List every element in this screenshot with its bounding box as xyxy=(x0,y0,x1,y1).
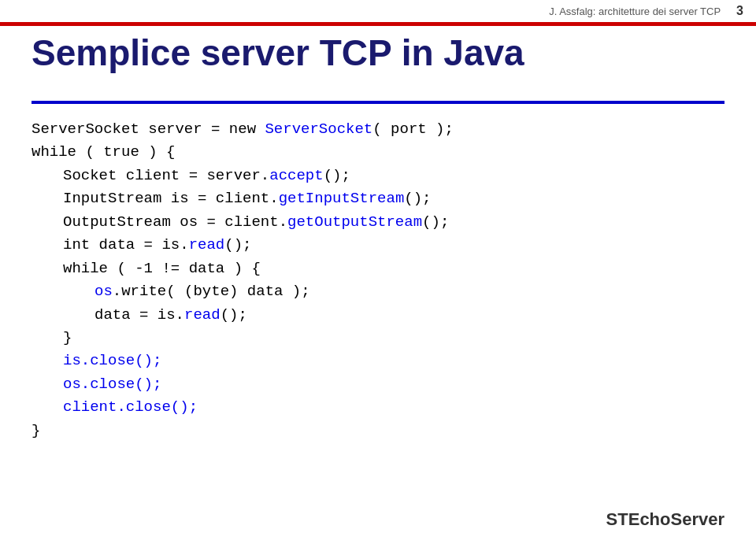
code-token: } xyxy=(63,329,72,346)
code-line-6: int data = is.read(); xyxy=(32,234,724,257)
code-token: client.close(); xyxy=(63,398,198,416)
code-token: Socket client = server. xyxy=(63,167,269,184)
code-token: (); xyxy=(422,213,449,231)
code-token: (); xyxy=(324,167,350,184)
code-line-8: os.write( (byte) data ); xyxy=(32,280,724,303)
code-token: (); xyxy=(220,306,247,324)
code-line-4: InputStream is = client.getInputStream()… xyxy=(32,187,724,210)
code-token: } xyxy=(32,422,40,439)
code-token: getOutputStream xyxy=(287,213,422,231)
code-line-14: } xyxy=(32,420,724,442)
code-line-7: while ( -1 != data ) { xyxy=(32,257,724,280)
code-line-11: is.close(); xyxy=(32,350,724,372)
accent-bar-top xyxy=(0,22,756,26)
code-token: InputStream is = client. xyxy=(63,190,279,207)
code-line-13: client.close(); xyxy=(32,396,724,419)
code-token: os.close(); xyxy=(63,376,161,393)
code-line-5: OutputStream os = client.getOutputStream… xyxy=(32,211,724,234)
code-token: ServerSocket server = new xyxy=(32,120,265,138)
bottom-label: STEchoServer xyxy=(606,509,724,530)
slide-header: J. Assfalg: architetture dei server TCP … xyxy=(0,0,756,22)
code-line-2: while ( true ) { xyxy=(32,141,724,164)
code-token: data = is. xyxy=(94,306,184,324)
code-block: ServerSocket server = new ServerSocket( … xyxy=(32,118,724,442)
code-token: read xyxy=(184,306,220,324)
code-line-9: data = is.read(); xyxy=(32,304,724,327)
code-token: os xyxy=(94,283,113,300)
code-token: int data = is. xyxy=(63,236,189,253)
code-line-12: os.close(); xyxy=(32,373,724,396)
code-token: while ( -1 != data ) { xyxy=(63,260,261,277)
page-number: 3 xyxy=(736,4,743,18)
header-title: J. Assfalg: architetture dei server TCP xyxy=(549,6,721,17)
code-line-3: Socket client = server.accept(); xyxy=(32,165,724,187)
code-token: ServerSocket xyxy=(265,120,372,138)
code-token: OutputStream os = client. xyxy=(63,213,287,231)
code-token: accept xyxy=(269,167,323,184)
code-line-1: ServerSocket server = new ServerSocket( … xyxy=(32,118,724,141)
code-token: read xyxy=(189,236,225,253)
code-token: getInputStream xyxy=(279,190,405,207)
code-token: (); xyxy=(404,190,431,207)
code-token: is.close(); xyxy=(63,352,161,369)
code-token: while ( true ) { xyxy=(32,143,175,161)
code-token: .write( (byte) data ); xyxy=(113,283,310,300)
code-token: ( port ); xyxy=(372,120,454,138)
slide-title: Semplice server TCP in Java xyxy=(32,31,677,75)
accent-bar-blue xyxy=(32,101,724,104)
code-line-10: } xyxy=(32,327,724,350)
code-token: (); xyxy=(224,236,251,253)
